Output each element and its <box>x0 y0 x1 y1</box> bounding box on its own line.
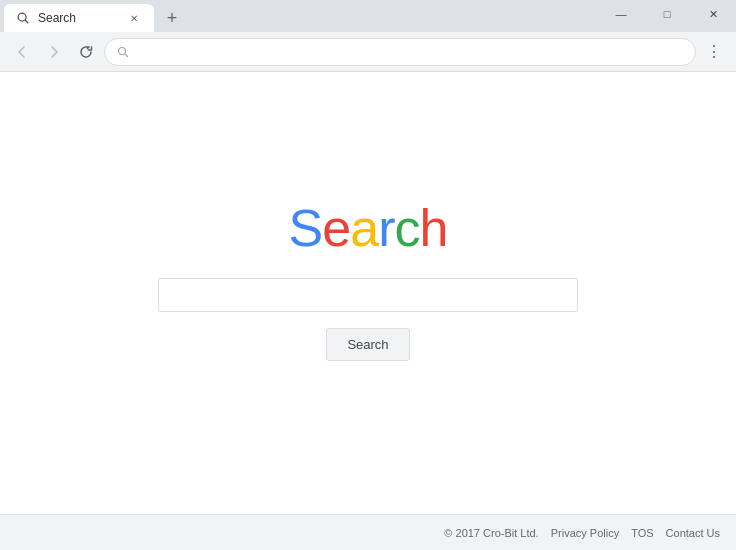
tab-label: Search <box>38 11 76 25</box>
footer-tos-link[interactable]: TOS <box>631 527 653 539</box>
title-bar: Search ✕ + — □ ✕ <box>0 0 736 32</box>
tab-favicon <box>16 11 30 25</box>
reload-button[interactable] <box>72 38 100 66</box>
new-tab-button[interactable]: + <box>158 4 186 32</box>
logo-letter-r: r <box>378 199 394 257</box>
logo-letter-s: S <box>289 199 323 257</box>
logo-letter-a: a <box>350 199 378 257</box>
nav-bar: ⋮ <box>0 32 736 72</box>
back-button[interactable] <box>8 38 36 66</box>
logo-letter-h: h <box>419 199 447 257</box>
footer-contact-link[interactable]: Contact Us <box>666 527 720 539</box>
logo-letter-e: e <box>322 199 350 257</box>
close-button[interactable]: ✕ <box>690 0 736 28</box>
search-page: Search Search <box>0 72 736 550</box>
window-controls: — □ ✕ <box>598 0 736 28</box>
window-frame: Search ✕ + — □ ✕ <box>0 0 736 550</box>
svg-line-4 <box>125 53 128 56</box>
active-tab[interactable]: Search ✕ <box>4 4 154 32</box>
address-search-icon <box>117 46 129 58</box>
maximize-button[interactable]: □ <box>644 0 690 28</box>
tab-close-button[interactable]: ✕ <box>126 10 142 26</box>
browser-menu-button[interactable]: ⋮ <box>700 38 728 66</box>
forward-button[interactable] <box>40 38 68 66</box>
address-bar[interactable] <box>104 38 696 66</box>
footer-copyright: © 2017 Cro-Bit Ltd. <box>444 527 538 539</box>
browser-content: Search Search © 2017 Cro-Bit Ltd. Privac… <box>0 72 736 550</box>
logo-letter-c: c <box>394 199 419 257</box>
footer-privacy-link[interactable]: Privacy Policy <box>551 527 619 539</box>
address-input[interactable] <box>135 44 683 59</box>
minimize-button[interactable]: — <box>598 0 644 28</box>
main-search-button[interactable]: Search <box>326 328 409 361</box>
main-search-input[interactable] <box>158 278 578 312</box>
search-logo: Search <box>289 202 448 254</box>
svg-line-2 <box>25 20 28 23</box>
footer: © 2017 Cro-Bit Ltd. Privacy Policy TOS C… <box>0 514 736 550</box>
